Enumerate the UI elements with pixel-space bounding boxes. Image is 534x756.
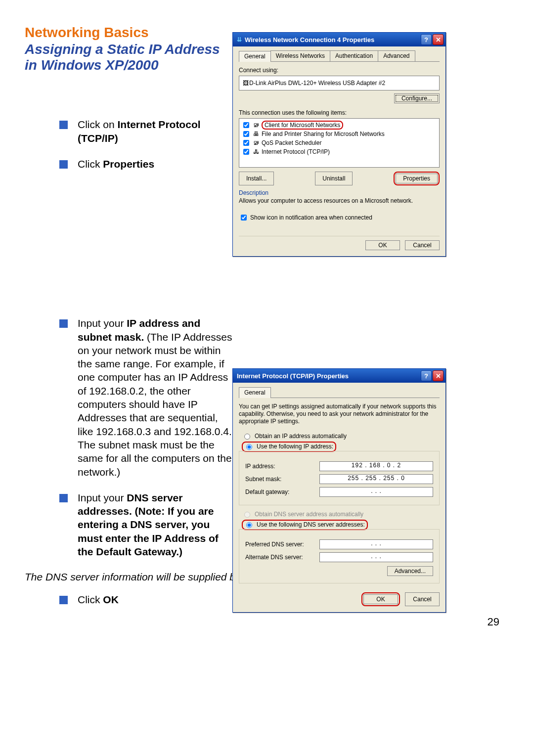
bullet-text: Click — [78, 158, 103, 170]
item-checkbox[interactable] — [243, 122, 249, 128]
bullet-square — [59, 494, 68, 502]
list-item[interactable]: 🖳 QoS Packet Scheduler — [241, 138, 437, 147]
default-gateway-label: Default gateway: — [245, 489, 319, 495]
tab-general[interactable]: General — [239, 51, 271, 62]
bullet-bold: OK — [103, 594, 119, 605]
properties-button[interactable]: Properties — [396, 174, 438, 183]
bullet-ip-subnet: Input your IP address and subnet mask. (… — [59, 316, 232, 479]
dialog-title: Internet Protocol (TCP/IP) Properties — [237, 372, 420, 380]
item-checkbox[interactable] — [243, 140, 249, 146]
list-item[interactable]: 🖧 Internet Protocol (TCP/IP) — [241, 147, 437, 156]
connection-items-list[interactable]: 🖳 Client for Microsoft Networks 🖶 File a… — [239, 118, 440, 168]
ok-button[interactable]: OK — [363, 594, 398, 604]
configure-button[interactable]: Configure... — [394, 93, 440, 103]
item-label: QoS Packet Scheduler — [262, 139, 321, 146]
heading-main: Networking Basics — [25, 25, 232, 41]
preferred-dns-label: Preferred DNS server: — [245, 541, 319, 548]
client-icon: 🖳 — [253, 122, 260, 129]
list-item[interactable]: 🖳 Client for Microsoft Networks — [241, 121, 437, 130]
connect-using-label: Connect using: — [239, 67, 440, 74]
bullet-text: Input your — [78, 492, 127, 503]
bullet-text: Click — [78, 594, 103, 605]
item-label: File and Printer Sharing for Microsoft N… — [262, 131, 385, 137]
radio-use-following-ip[interactable]: Use the following IP address: — [242, 442, 440, 452]
alternate-dns-label: Alternate DNS server: — [245, 554, 319, 561]
list-item[interactable]: 🖶 File and Printer Sharing for Microsoft… — [241, 130, 437, 138]
default-gateway-input[interactable]: . . . — [319, 487, 433, 497]
preferred-dns-input[interactable]: . . . — [319, 539, 433, 549]
subnet-mask-input[interactable]: 255 . 255 . 255 . 0 — [319, 474, 433, 484]
cancel-button[interactable]: Cancel — [405, 592, 440, 606]
adapter-field[interactable]: 🖾 D-Link AirPlus DWL-120+ Wireless USB A… — [239, 76, 440, 90]
bullet-text: Input your — [78, 317, 127, 329]
bullet-square — [59, 319, 68, 328]
nic-icon: 🖾 — [242, 80, 249, 87]
ip-address-label: IP address: — [245, 463, 319, 470]
tcp-ip-properties-dialog: Internet Protocol (TCP/IP) Properties ? … — [232, 368, 446, 613]
close-button[interactable]: ✕ — [433, 34, 444, 45]
adapter-name: D-Link AirPlus DWL-120+ Wireless USB Ada… — [249, 80, 385, 87]
show-icon-label: Show icon in notification area when conn… — [250, 214, 372, 221]
advanced-button[interactable]: Advanced... — [387, 566, 433, 576]
dialog-titlebar[interactable]: ⇊ Wireless Network Connection 4 Properti… — [233, 33, 445, 46]
radio-input[interactable] — [246, 522, 252, 528]
cancel-button[interactable]: Cancel — [405, 240, 440, 250]
dns-settings-group: Preferred DNS server: . . . Alternate DN… — [239, 529, 440, 583]
radio-input — [244, 512, 250, 518]
subnet-mask-label: Subnet mask: — [245, 476, 319, 483]
radio-obtain-ip-auto[interactable]: Obtain an IP address automatically — [242, 432, 440, 440]
help-button[interactable]: ? — [421, 370, 432, 381]
radio-label: Use the following DNS server addresses: — [257, 521, 365, 528]
tab-authentication[interactable]: Authentication — [330, 50, 378, 61]
radio-use-following-dns[interactable]: Use the following DNS server addresses: — [242, 520, 440, 530]
item-checkbox[interactable] — [243, 149, 249, 155]
ip-address-input[interactable]: 192 . 168 . 0 . 2 — [319, 461, 433, 471]
info-text: You can get IP settings assigned automat… — [239, 403, 440, 425]
alternate-dns-input[interactable]: . . . — [319, 552, 433, 562]
radio-label: Use the following IP address: — [257, 443, 333, 450]
radio-obtain-dns-auto: Obtain DNS server address automatically — [242, 510, 440, 518]
uninstall-button[interactable]: Uninstall — [315, 172, 353, 185]
radio-label: Obtain DNS server address automatically — [255, 511, 363, 518]
tab-strip: General Wireless Networks Authentication… — [239, 50, 440, 62]
item-label: Internet Protocol (TCP/IP) — [262, 148, 330, 155]
heading-sub-line: Assigning a Static IP Address in Windows… — [25, 42, 232, 73]
dialog-titlebar[interactable]: Internet Protocol (TCP/IP) Properties ? … — [233, 369, 445, 383]
bullet-rest: (The IP Addresses on your network must b… — [78, 331, 232, 478]
tab-wireless-networks[interactable]: Wireless Networks — [270, 50, 330, 61]
bullet-square — [59, 121, 68, 129]
share-icon: 🖶 — [253, 131, 260, 137]
install-button[interactable]: Install... — [239, 172, 274, 185]
radio-input[interactable] — [244, 434, 250, 440]
bullet-square — [59, 596, 68, 604]
show-icon-checkbox[interactable] — [241, 215, 247, 221]
page-number: 29 — [488, 616, 499, 628]
qos-icon: 🖳 — [253, 139, 260, 146]
wireless-connection-properties-dialog: ⇊ Wireless Network Connection 4 Properti… — [232, 32, 446, 257]
ip-settings-group: IP address: 192 . 168 . 0 . 2 Subnet mas… — [239, 451, 440, 505]
tab-advanced[interactable]: Advanced — [378, 50, 415, 61]
bullet-bold: Properties — [103, 158, 154, 170]
uses-items-label: This connection uses the following items… — [239, 109, 440, 116]
bullet-text: Click on — [78, 119, 118, 130]
bullet-tcpip: Click on Internet Protocol (TCP/IP) — [59, 118, 232, 145]
description-label: Description — [239, 189, 440, 196]
bullet-dns: Input your DNS server addresses. (Note: … — [59, 491, 232, 558]
bullet-properties: Click Properties — [59, 157, 232, 171]
close-button[interactable]: ✕ — [433, 370, 444, 381]
radio-label: Obtain an IP address automatically — [255, 433, 347, 440]
network-icon: ⇊ — [237, 36, 242, 43]
item-checkbox[interactable] — [243, 131, 249, 137]
ok-button[interactable]: OK — [365, 240, 400, 250]
help-button[interactable]: ? — [421, 34, 432, 45]
description-text: Allows your computer to access resources… — [239, 197, 440, 204]
tab-strip: General — [239, 387, 440, 398]
tab-general[interactable]: General — [239, 387, 271, 398]
item-label: Client for Microsoft Networks — [262, 121, 343, 130]
protocol-icon: 🖧 — [253, 148, 260, 155]
bullet-square — [59, 160, 68, 169]
radio-input[interactable] — [246, 444, 252, 450]
dialog-title: Wireless Network Connection 4 Properties — [245, 36, 420, 44]
